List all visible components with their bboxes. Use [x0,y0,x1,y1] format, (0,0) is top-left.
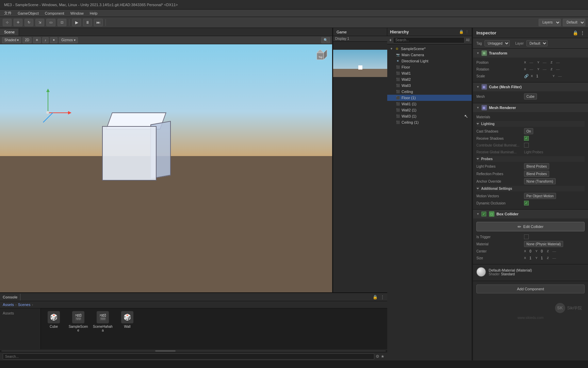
box-collider-header[interactable]: ▼ ✓ ▢ Box Collider [473,210,588,218]
asset-sample-scene[interactable]: 🎬 SampleScene [68,311,88,347]
edit-collider-btn[interactable]: ✏ Edit Collider [476,222,585,231]
box-collider-enable[interactable]: ✓ [481,212,486,216]
layers-dropdown[interactable]: Layers [539,19,561,26]
collider-material-value[interactable]: None (Physic Material) [524,241,563,247]
inspector-lock-btn[interactable]: 🔒 [573,30,578,35]
cast-shadows-value[interactable]: On [524,128,533,134]
lighting-header[interactable]: Lighting [476,121,585,127]
step-button[interactable]: ⏭ [94,19,103,26]
play-button[interactable]: ▶ [72,19,81,26]
hier-floor1[interactable]: ⬛ Floor (1) [387,95,472,101]
gizmos-toggle[interactable]: Gizmos ▾ [59,37,78,43]
hier-floor-label: Floor [402,65,410,69]
multi-tool[interactable]: ⊡ [58,19,66,26]
asset-wall-icon: 🎲 [121,311,133,323]
game-viewport[interactable] [333,50,387,77]
svg-text:Top: Top [318,56,322,59]
is-trigger-checkbox[interactable] [524,234,529,239]
scene-search[interactable]: 🔍 [321,37,330,43]
probes-header[interactable]: Probes [476,156,585,162]
asset-sample-name: SampleScene [68,325,88,332]
scale-tool[interactable]: ⇲ [35,19,44,26]
hierarchy-search-input[interactable] [393,37,464,43]
tab-game[interactable]: Game [333,28,387,36]
hier-wall2[interactable]: ⬛ Wall2 [387,76,472,82]
anchor-override-value[interactable]: None (Transform) [524,178,556,184]
tab-scene[interactable]: Scene [0,29,19,35]
more-icon[interactable]: ⋮ [380,295,385,300]
console-tab[interactable]: Console [3,295,17,299]
hier-scene-root[interactable]: ▼ ⊙ SampleScene* [387,46,472,52]
assets-search-input[interactable] [3,353,374,359]
search-options[interactable]: ⚙ [376,354,379,359]
hier-wall3[interactable]: ⬛ Wall3 [387,82,472,89]
asset-wall[interactable]: 🎲 Wall [117,311,137,347]
lighting-toggle[interactable]: ☀ [33,37,41,43]
menu-file[interactable]: 文件 [1,10,14,16]
effects-toggle[interactable]: ✦ [50,37,58,43]
scene-viewport[interactable]: Top [0,44,332,292]
pause-button[interactable]: ⏸ [83,19,92,26]
hier-wall3-1[interactable]: ⬛ Wall3 (1) ↖ [387,113,472,119]
layout-dropdown[interactable]: Default [563,19,585,26]
move-tool[interactable]: ✛ [14,19,22,26]
lock-icon[interactable]: 🔒 [373,295,378,300]
shading-mode[interactable]: Shaded ▾ [2,37,21,43]
motion-vectors-value[interactable]: Per Object Motion [524,193,556,199]
mesh-filter-header[interactable]: ▼ ▦ Cube (Mesh Filter) [473,82,588,91]
contribute-gi-checkbox[interactable] [524,143,529,148]
orientation-cube[interactable]: Top [312,48,329,65]
rotate-tool[interactable]: ↻ [24,19,33,26]
mesh-value[interactable]: Cube [524,93,537,99]
hier-ceiling[interactable]: ⬛ Ceiling [387,89,472,95]
center-row: Center X 0 Y 0 Z — [476,248,585,255]
probes-arrow [476,158,479,160]
hier-wall1-1[interactable]: ⬛ Wall1 (1) [387,101,472,107]
hier-ceiling1[interactable]: ⬛ Ceiling (1) [387,119,472,125]
2d-toggle[interactable]: 2D [22,37,32,43]
filter-icon[interactable]: ★ [381,354,385,359]
hier-floor[interactable]: ⬛ Floor [387,64,472,70]
hier-wall2-1-label: Wall2 (1) [402,108,416,112]
hier-lock-icon[interactable]: 🔒 [459,30,464,34]
wall2-1-icon: ⬛ [395,108,400,112]
asset-scene-hahaha[interactable]: 🎬 SceneHahaha [93,311,113,347]
layer-dropdown[interactable]: Default [526,40,548,46]
dynamic-occlusion-checkbox[interactable]: ✓ [524,201,529,205]
transform-tool[interactable]: ⊹ [3,19,12,26]
anchor-override-label: Anchor Override [476,180,524,183]
box-collider-body: ✏ Edit Collider Is Trigger Material None… [473,218,588,264]
menu-gameobject[interactable]: GameObject [15,11,42,16]
hier-dir-light[interactable]: ☀ Directional Light [387,58,472,64]
additional-settings-header[interactable]: Additional Settings [476,186,585,191]
assets-sidebar: Assets [0,308,41,349]
hier-more-icon[interactable]: ⋮ [465,30,469,34]
add-component-btn[interactable]: Add Component [476,285,585,293]
breadcrumb-scenes[interactable]: Scenes [18,303,31,307]
inspector-scroll[interactable]: Tag Untagged Layer Default ▼ ⊞ Transform [473,38,588,361]
mesh-renderer-body: Materials Lighting Cast Shadows On [473,112,588,209]
hier-wall1[interactable]: ⬛ Wall1 [387,70,472,76]
hier-wall2-1[interactable]: ⬛ Wall2 (1) [387,107,472,113]
menu-window[interactable]: Window [68,11,86,16]
hier-main-camera[interactable]: 📷 Main Camera [387,52,472,58]
asset-cube[interactable]: 🎲 Cube [44,311,64,347]
receive-shadows-checkbox[interactable]: ✓ [524,136,529,141]
rect-tool[interactable]: ▭ [46,19,55,26]
is-trigger-label: Is Trigger [476,235,524,239]
add-gameobject-btn[interactable]: + [389,38,392,43]
center-z-label: Z [547,249,551,253]
inspector-more-btn[interactable]: ⋮ [580,30,585,35]
bottom-scrollbar[interactable] [0,349,387,352]
transform-header[interactable]: ▼ ⊞ Transform [473,49,588,58]
mesh-renderer-header[interactable]: ▼ ▩ Mesh Renderer [473,103,588,112]
breadcrumb-assets[interactable]: Assets [3,303,14,307]
tag-dropdown[interactable]: Untagged [485,40,510,46]
audio-toggle[interactable]: ♪ [42,37,49,43]
light-probes-value[interactable]: Blend Probes [524,163,549,169]
asset-cube-name: Cube [50,325,58,328]
menu-component[interactable]: Component [42,11,67,16]
asset-hahaha-icon: 🎬 [97,311,109,323]
menu-help[interactable]: Help [87,11,100,16]
reflection-probes-value[interactable]: Blend Probes [524,171,549,177]
